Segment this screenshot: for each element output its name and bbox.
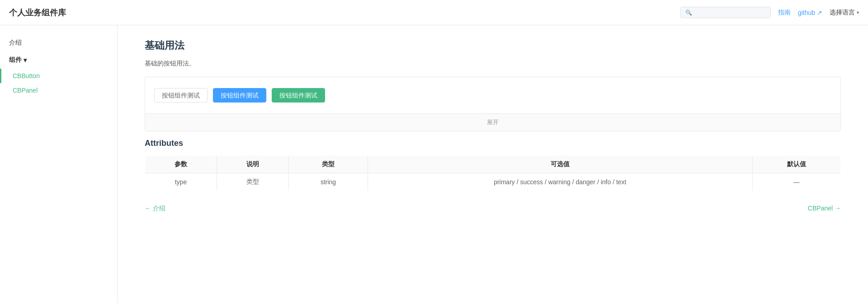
- expand-bar[interactable]: 展开: [145, 113, 840, 131]
- guide-link[interactable]: 指南: [778, 9, 791, 17]
- github-link[interactable]: github ↗: [798, 9, 822, 16]
- td-options: primary / success / warning / danger / i…: [368, 173, 752, 191]
- td-default: —: [752, 173, 840, 191]
- search-icon: 🔍: [685, 9, 692, 16]
- section-desc: 基础的按钮用法。: [145, 60, 841, 68]
- th-param: 参数: [145, 156, 217, 173]
- attributes-title: Attributes: [145, 139, 841, 148]
- header-right: 🔍 指南 github ↗ 选择语言 ▾: [680, 7, 859, 18]
- components-label: 组件: [9, 56, 22, 64]
- td-type: string: [288, 173, 368, 191]
- lang-select[interactable]: 选择语言 ▾: [830, 9, 859, 17]
- table-row: type 类型 string primary / success / warni…: [145, 173, 841, 191]
- table-header-row: 参数 说明 类型 可选值 默认值: [145, 156, 841, 173]
- btn-default[interactable]: 按钮组件测试: [154, 88, 208, 103]
- search-box[interactable]: 🔍: [680, 7, 771, 18]
- td-desc: 类型: [217, 173, 288, 191]
- main-content: 基础用法 基础的按钮用法。 按钮组件测试 按钮组件测试 按钮组件测试 展开 At…: [118, 25, 868, 303]
- th-desc: 说明: [217, 156, 288, 173]
- chevron-down-icon: ▾: [857, 10, 859, 15]
- bottom-nav: ← 介绍 CBPanel →: [145, 191, 841, 217]
- app-title: 个人业务组件库: [9, 7, 66, 18]
- next-nav-link[interactable]: CBPanel →: [808, 205, 841, 213]
- lang-label: 选择语言: [830, 9, 855, 17]
- sidebar-item-cbbutton[interactable]: CBButton: [0, 69, 117, 83]
- td-param: type: [145, 173, 217, 191]
- th-default: 默认值: [752, 156, 840, 173]
- header: 个人业务组件库 🔍 指南 github ↗ 选择语言 ▾: [0, 0, 868, 25]
- prev-nav-link[interactable]: ← 介绍: [145, 205, 165, 213]
- demo-preview: 按钮组件测试 按钮组件测试 按钮组件测试: [145, 77, 840, 113]
- components-arrow: ▾: [24, 56, 27, 64]
- th-options: 可选值: [368, 156, 752, 173]
- attributes-table: 参数 说明 类型 可选值 默认值 type 类型 string primary …: [145, 155, 841, 191]
- sidebar-item-intro[interactable]: 介绍: [0, 34, 117, 51]
- search-input[interactable]: [695, 9, 766, 16]
- layout: 介绍 组件 ▾ CBButton CBPanel 基础用法 基础的按钮用法。 按…: [0, 25, 868, 303]
- th-type: 类型: [288, 156, 368, 173]
- btn-success[interactable]: 按钮组件测试: [272, 88, 325, 103]
- sidebar-section-components: 组件 ▾: [0, 51, 117, 69]
- sidebar: 介绍 组件 ▾ CBButton CBPanel: [0, 25, 118, 303]
- sidebar-item-cbpanel[interactable]: CBPanel: [0, 83, 117, 98]
- btn-primary[interactable]: 按钮组件测试: [213, 88, 266, 103]
- section-title: 基础用法: [145, 39, 841, 52]
- demo-box: 按钮组件测试 按钮组件测试 按钮组件测试 展开: [145, 77, 841, 131]
